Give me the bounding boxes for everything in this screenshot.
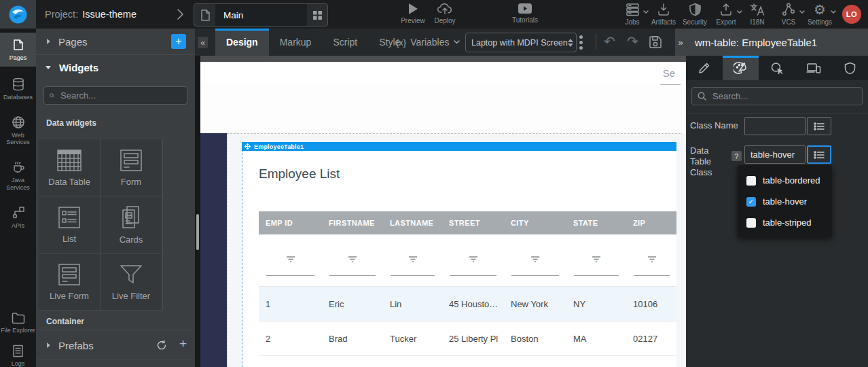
rail-item-file-explorer[interactable]: File Explorer [0, 307, 36, 339]
widget-cards[interactable]: Cards [101, 196, 162, 253]
page-structure-section-header[interactable]: Page Structure [36, 363, 195, 367]
variables-button[interactable]: {x} Variables [396, 29, 460, 56]
column-filter[interactable] [504, 234, 566, 286]
widget-data-table[interactable]: Data Table [39, 139, 100, 196]
canvas-gutter [195, 56, 200, 367]
column-header[interactable]: STREET [442, 211, 504, 234]
cards-icon [120, 205, 143, 230]
widget-list[interactable]: List [39, 196, 100, 253]
deploy-button[interactable]: Deploy [428, 3, 462, 24]
class-name-input[interactable] [744, 117, 806, 135]
tab-security[interactable] [831, 56, 868, 80]
tab-script[interactable]: Script [322, 29, 368, 56]
data-table-class-input[interactable] [744, 145, 806, 164]
artifacts-button[interactable]: Artifacts [648, 3, 679, 26]
tab-styles[interactable] [723, 56, 759, 80]
tab-main[interactable]: Main [215, 4, 307, 26]
widget-search-input[interactable] [59, 90, 181, 101]
column-filter[interactable] [566, 234, 626, 286]
tutorials-button[interactable]: Tutorials [508, 3, 542, 24]
expand-right-panel-button[interactable]: » [675, 29, 686, 56]
widgets-section-header[interactable]: Widgets [36, 55, 195, 80]
shield-icon [689, 3, 702, 16]
column-filter[interactable] [383, 234, 442, 286]
column-header[interactable]: STATE [566, 211, 626, 234]
refresh-prefabs-icon[interactable] [156, 340, 167, 351]
rail-item-logs[interactable]: Logs [0, 339, 36, 367]
vcs-button[interactable]: VCS [773, 3, 804, 26]
table-class-dropdown: table-bordered ✓ table-hover table-strip… [738, 165, 832, 237]
column-header[interactable]: LASTNAME [383, 211, 442, 234]
employee-table-widget[interactable]: EmployeeTable1 Employee List EMP ID FIRS… [242, 142, 676, 367]
jobs-button[interactable]: Jobs [617, 3, 648, 26]
option-table-hover[interactable]: ✓ table-hover [738, 191, 832, 212]
prefabs-section-header[interactable]: Prefabs + [36, 333, 195, 357]
tab-markup[interactable]: Markup [269, 29, 323, 56]
column-header[interactable]: CITY [504, 211, 566, 234]
column-filter[interactable] [442, 234, 504, 286]
user-avatar[interactable]: LO [842, 5, 861, 24]
rail-item-databases[interactable]: Databases [0, 72, 36, 106]
page-navbar-search-partial[interactable]: Se [663, 67, 675, 79]
widget-search[interactable] [43, 86, 187, 105]
chevron-down-icon [46, 66, 51, 69]
page-left-nav[interactable] [200, 133, 227, 367]
undo-button[interactable]: ↶ [604, 35, 615, 48]
column-filter[interactable] [626, 234, 676, 286]
data-table-class-list-button[interactable] [807, 145, 831, 164]
rail-item-apis[interactable]: APIs [0, 200, 36, 234]
pages-section-header[interactable]: Pages + [36, 29, 195, 55]
tab-properties[interactable] [686, 56, 723, 80]
pages-icon [12, 38, 24, 52]
table-row[interactable]: 2 Brad Tucker 25 Liberty Pl Boston MA 02… [259, 321, 676, 355]
page-header-area[interactable] [200, 86, 686, 133]
preview-button[interactable]: Preview [396, 3, 430, 24]
chevron-right-icon [47, 39, 50, 44]
property-search-input[interactable] [711, 90, 856, 102]
class-name-list-button[interactable] [807, 117, 831, 135]
column-filter[interactable] [259, 234, 322, 286]
checkbox-unchecked[interactable] [746, 176, 756, 186]
widget-selection-bar[interactable]: EmployeeTable1 [242, 142, 676, 151]
help-button[interactable]: ? [731, 151, 742, 161]
widget-form[interactable]: Form [101, 139, 162, 196]
rail-item-pages[interactable]: Pages [0, 33, 36, 67]
pages-grid-icon[interactable] [307, 11, 327, 20]
redo-button[interactable]: ↷ [627, 35, 638, 48]
property-search[interactable] [691, 87, 863, 105]
devices-icon [806, 63, 821, 74]
table-row[interactable]: 1 Eric Lin 45 Housto… New York NY 10106 [259, 286, 676, 321]
column-filter[interactable] [322, 234, 383, 286]
more-options-button[interactable] [579, 35, 583, 50]
option-table-striped[interactable]: table-striped [738, 212, 832, 233]
device-preview-select[interactable]: Laptop with MDPI Screen [465, 33, 577, 52]
tab-events[interactable] [759, 56, 795, 80]
rail-item-web-services[interactable]: Web Services [0, 110, 36, 152]
app-logo[interactable] [0, 0, 36, 29]
filter-icon [286, 256, 295, 264]
add-prefab-button[interactable]: + [179, 336, 187, 351]
settings-button[interactable]: ⚙ Settings [804, 3, 835, 26]
collapse-left-panel-button[interactable]: « [198, 37, 208, 48]
tab-devices[interactable] [795, 56, 832, 80]
canvas-scrollbar[interactable] [196, 214, 199, 250]
save-button[interactable] [649, 35, 662, 49]
export-button[interactable]: Export [710, 3, 742, 26]
widget-live-filter[interactable]: Live Filter [101, 254, 162, 310]
column-header[interactable]: ZIP [626, 211, 676, 234]
tab-design[interactable]: Design [215, 29, 269, 56]
i18n-button[interactable]: I18N [742, 3, 773, 26]
funnel-icon [118, 263, 144, 286]
rail-item-java-services[interactable]: Java Services [0, 155, 36, 196]
chevron-down-icon [831, 10, 836, 14]
column-header[interactable]: FIRSTNAME [322, 211, 383, 234]
widget-live-form[interactable]: Live Form [39, 254, 100, 310]
security-button[interactable]: Security [679, 3, 710, 26]
click-select-icon [770, 62, 784, 75]
checkbox-unchecked[interactable] [746, 218, 756, 228]
checkbox-checked[interactable]: ✓ [746, 197, 756, 207]
option-table-bordered[interactable]: table-bordered [738, 170, 832, 191]
column-header[interactable]: EMP ID [259, 211, 322, 234]
widget-grid: Data Table Form List Card [39, 139, 163, 311]
add-page-button[interactable]: + [171, 34, 186, 49]
